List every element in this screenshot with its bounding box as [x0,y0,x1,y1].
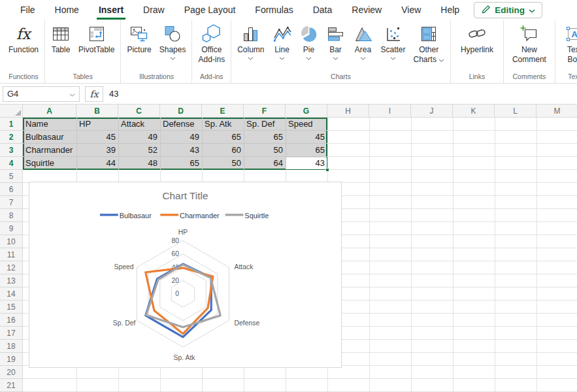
column-header-L[interactable]: L [495,105,536,118]
column-header-G[interactable]: G [286,105,327,118]
row-header-2[interactable]: 2 [0,131,23,144]
cell-A3[interactable]: Charmander [23,144,76,157]
name-box[interactable]: G4 [3,86,80,102]
row-header-16[interactable]: 16 [0,314,23,327]
menu-help[interactable]: Help [440,0,459,20]
menu-file[interactable]: File [20,0,35,20]
row-header-10[interactable]: 10 [0,235,23,248]
row-header-14[interactable]: 14 [0,287,23,301]
menu-home[interactable]: Home [55,0,79,20]
cell-B1[interactable]: HP [76,118,118,131]
other-charts-button[interactable]: Other Charts [410,20,448,72]
row-header-6[interactable]: 6 [0,183,23,196]
fill-handle[interactable] [325,168,329,172]
menu-page-layout[interactable]: Page Layout [184,0,236,20]
column-header-B[interactable]: B [76,105,118,118]
cell-E4[interactable]: 50 [202,157,244,170]
row-header-19[interactable]: 19 [0,353,23,366]
cell-G2[interactable]: 45 [286,131,327,144]
axis-label-3: Sp. Atk [174,354,196,361]
menu-draw[interactable]: Draw [143,0,165,20]
function-button[interactable]: fx Function [5,20,42,72]
cell-B3[interactable]: 39 [76,144,118,157]
select-all-corner[interactable] [0,105,23,118]
gridline-h [23,378,577,379]
column-header-K[interactable]: K [453,105,495,118]
pivottable-button[interactable]: PivotTable [74,20,118,72]
cell-C3[interactable]: 52 [118,144,160,157]
radar-chart[interactable]: Chart TitleBulbasaurCharmanderSquirtle02… [29,182,342,368]
editing-mode-button[interactable]: Editing [474,2,542,18]
text-box-button[interactable]: A Text Box [557,20,577,72]
row-header-18[interactable]: 18 [0,340,23,353]
hyperlink-button[interactable]: Hyperlink [453,20,501,72]
row-header-7[interactable]: 7 [0,196,23,209]
column-header-D[interactable]: D [160,105,202,118]
menu-review[interactable]: Review [352,0,382,20]
cell-B4[interactable]: 44 [76,157,118,170]
row-header-1[interactable]: 1 [0,118,23,131]
group-label-comments: Comments [506,72,553,83]
menu-formulas[interactable]: Formulas [255,0,293,20]
other-charts-icon [419,23,438,44]
cell-D4[interactable]: 65 [160,157,202,170]
cell-C4[interactable]: 48 [118,157,160,170]
cell-E2[interactable]: 65 [202,131,244,144]
shapes-button[interactable]: Shapes [156,20,190,72]
row-header-21[interactable]: 21 [0,379,23,392]
bar-chart-button[interactable]: Bar [322,20,350,72]
cell-C2[interactable]: 49 [118,131,160,144]
cell-A4[interactable]: Squirtle [23,157,76,170]
formula-input[interactable]: 43 [103,89,577,99]
menu-data[interactable]: Data [313,0,333,20]
cell-D2[interactable]: 49 [160,131,202,144]
picture-button[interactable]: Picture [123,20,155,72]
cell-F3[interactable]: 50 [244,144,286,157]
column-header-M[interactable]: M [536,105,577,118]
cell-G1[interactable]: Speed [286,118,327,131]
row-header-17[interactable]: 17 [0,327,23,340]
cell-D3[interactable]: 43 [160,144,202,157]
row-header-20[interactable]: 20 [0,366,23,379]
pie-chart-button[interactable]: Pie [296,20,322,72]
row-header-15[interactable]: 15 [0,301,23,314]
cell-C1[interactable]: Attack [118,118,160,131]
column-header-C[interactable]: C [118,105,160,118]
column-header-J[interactable]: J [411,105,453,118]
line-chart-button[interactable]: Line [269,20,296,72]
cell-D1[interactable]: Defense [160,118,202,131]
cell-E3[interactable]: 60 [202,144,244,157]
cell-E1[interactable]: Sp. Atk [202,118,244,131]
cell-G3[interactable]: 65 [286,144,327,157]
column-header-F[interactable]: F [244,105,286,118]
scatter-chart-button[interactable]: Scatter [377,20,410,72]
row-header-12[interactable]: 12 [0,261,23,274]
new-comment-button[interactable]: New Comment [506,20,553,72]
office-addins-button[interactable]: Office Add-ins [194,20,229,72]
row-header-9[interactable]: 9 [0,222,23,235]
column-chart-button[interactable]: Column [233,20,268,72]
row-header-5[interactable]: 5 [0,170,23,183]
cell-G4[interactable]: 43 [286,157,327,170]
menu-view[interactable]: View [401,0,421,20]
column-header-H[interactable]: H [327,105,369,118]
cell-B2[interactable]: 45 [76,131,118,144]
row-header-4[interactable]: 4 [0,157,23,170]
row-header-3[interactable]: 3 [0,144,23,157]
area-chart-button[interactable]: Area [350,20,377,72]
cell-A1[interactable]: Name [23,118,76,131]
row-header-11[interactable]: 11 [0,248,23,261]
cell-F4[interactable]: 64 [244,157,286,170]
column-header-E[interactable]: E [202,105,244,118]
table-button[interactable]: Table [47,20,74,72]
cell-A2[interactable]: Bulbasaur [23,131,76,144]
insert-function-button[interactable]: fx [85,86,103,102]
menu-insert[interactable]: Insert [99,0,124,20]
row-header-8[interactable]: 8 [0,209,23,222]
cell-F1[interactable]: Sp. Def [244,118,286,131]
chart-canvas: Chart TitleBulbasaurCharmanderSquirtle02… [29,182,341,367]
row-header-13[interactable]: 13 [0,274,23,287]
cell-F2[interactable]: 65 [244,131,286,144]
column-header-I[interactable]: I [369,105,411,118]
column-header-A[interactable]: A [23,105,76,118]
